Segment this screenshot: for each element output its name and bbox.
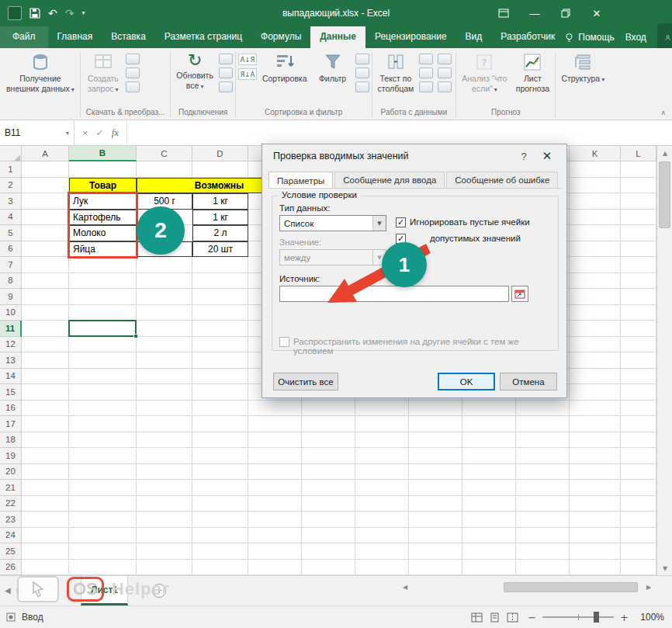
grid-cell-D4[interactable]: 1 кг: [192, 210, 248, 226]
clear-filter-icon[interactable]: [355, 54, 369, 64]
tab-view[interactable]: Вид: [456, 26, 492, 48]
close-icon[interactable]: ✕: [588, 8, 605, 19]
row-header-4[interactable]: 4: [0, 210, 22, 226]
row-header-2[interactable]: 2: [0, 178, 22, 194]
vertical-scroll-thumb[interactable]: [659, 161, 670, 228]
dialog-tab-input-message[interactable]: Сообщение для ввода: [334, 172, 445, 188]
properties-icon[interactable]: [219, 68, 233, 78]
consolidate-icon[interactable]: [438, 68, 452, 78]
sort-ascending-button[interactable]: А↓Я: [238, 54, 257, 65]
cancel-entry-icon[interactable]: ×: [82, 127, 88, 139]
row-header-18[interactable]: 18: [0, 432, 22, 449]
column-header-C[interactable]: C: [137, 146, 192, 161]
forecast-sheet-button[interactable]: Листпрогноза: [512, 50, 552, 94]
sort-button[interactable]: Сортировка: [259, 50, 310, 84]
row-header-15[interactable]: 15: [0, 384, 22, 401]
tab-insert[interactable]: Вставка: [102, 26, 155, 48]
scroll-up-icon[interactable]: ▲: [657, 146, 672, 160]
app-icon[interactable]: [8, 6, 22, 20]
ok-button[interactable]: OK: [438, 373, 495, 390]
row-header-21[interactable]: 21: [0, 480, 22, 496]
grid-cell-B2[interactable]: Товар: [69, 178, 137, 194]
reapply-filter-icon[interactable]: [355, 68, 369, 78]
zoom-slider-thumb[interactable]: [594, 612, 599, 623]
from-table-icon[interactable]: [126, 68, 140, 78]
checkbox-checked-icon[interactable]: [396, 217, 406, 227]
horizontal-scrollbar[interactable]: ◀ ▶: [399, 581, 655, 594]
row-header-8[interactable]: 8: [0, 273, 22, 290]
sign-in-link[interactable]: Вход: [625, 32, 646, 43]
grid-cell-D5[interactable]: 2 л: [192, 225, 248, 241]
dialog-close-button[interactable]: ✕: [535, 149, 559, 163]
combo-caret-icon[interactable]: ▼: [372, 216, 386, 231]
cancel-button[interactable]: Отмена: [500, 373, 557, 390]
row-header-12[interactable]: 12: [0, 337, 22, 353]
select-all-corner[interactable]: ◢: [0, 146, 22, 161]
row-header-22[interactable]: 22: [0, 496, 22, 512]
share-button[interactable]: Общий доступ: [657, 23, 672, 51]
row-header-1[interactable]: 1: [0, 161, 22, 178]
grid-cell-D6[interactable]: 20 шт: [192, 241, 248, 258]
page-layout-view-icon[interactable]: [489, 612, 501, 623]
dialog-tab-error-alert[interactable]: Сообщение об ошибке: [446, 172, 558, 188]
sort-descending-button[interactable]: Я↓А: [238, 68, 257, 80]
row-header-23[interactable]: 23: [0, 512, 22, 528]
row-header-26[interactable]: 26: [0, 560, 22, 576]
redo-icon[interactable]: ↷: [65, 8, 74, 19]
data-validation-icon[interactable]: [438, 54, 452, 64]
tab-formulas[interactable]: Формулы: [251, 26, 310, 48]
row-header-24[interactable]: 24: [0, 528, 22, 544]
manage-data-model-icon[interactable]: [438, 82, 452, 92]
show-queries-icon[interactable]: [126, 54, 140, 64]
edit-links-icon[interactable]: [219, 82, 233, 92]
vertical-scrollbar[interactable]: ▲ ▼: [656, 146, 672, 575]
tab-file[interactable]: Файл: [0, 26, 48, 48]
tab-developer[interactable]: Разработчик: [491, 26, 564, 48]
undo-icon[interactable]: ↶: [48, 8, 57, 19]
scroll-down-icon[interactable]: ▼: [657, 561, 672, 575]
fill-handle[interactable]: [133, 334, 138, 338]
row-header-13[interactable]: 13: [0, 352, 22, 369]
column-header-D[interactable]: D: [192, 146, 248, 161]
row-header-7[interactable]: 7: [0, 257, 22, 273]
get-external-data-button[interactable]: Получениевнешних данных: [3, 50, 78, 94]
column-header-A[interactable]: A: [22, 146, 69, 161]
row-header-20[interactable]: 20: [0, 464, 22, 481]
row-header-11[interactable]: 11: [0, 321, 22, 337]
filter-button[interactable]: Фильтр: [313, 50, 353, 84]
ignore-blank-checkbox[interactable]: Игнорировать пустые ячейки: [396, 217, 530, 227]
row-header-19[interactable]: 19: [0, 448, 22, 464]
confirm-entry-icon[interactable]: ✓: [96, 127, 104, 138]
row-header-6[interactable]: 6: [0, 241, 22, 258]
data-type-select[interactable]: Список ▼: [279, 215, 386, 231]
new-query-button[interactable]: Создатьзапрос: [83, 50, 123, 94]
scroll-right-icon[interactable]: ▶: [643, 584, 655, 591]
name-box[interactable]: B11 ▾: [0, 120, 74, 145]
dialog-help-button[interactable]: ?: [512, 151, 535, 162]
tab-review[interactable]: Рецензирование: [365, 26, 456, 48]
grid-cell-D3[interactable]: 1 кг: [192, 193, 248, 210]
text-to-columns-button[interactable]: Текст постолбцам: [375, 50, 417, 94]
macro-record-icon[interactable]: [6, 612, 16, 622]
ribbon-display-options-icon[interactable]: [495, 9, 512, 18]
what-if-analysis-button[interactable]: ? Анализ "чтоесли": [459, 50, 510, 94]
formula-input[interactable]: [127, 120, 672, 145]
row-header-17[interactable]: 17: [0, 416, 22, 432]
row-header-14[interactable]: 14: [0, 369, 22, 385]
column-header-K[interactable]: K: [570, 146, 621, 161]
zoom-level-label[interactable]: 100%: [638, 612, 664, 623]
zoom-slider[interactable]: [542, 616, 614, 618]
qat-customize-icon[interactable]: ▾: [81, 10, 85, 16]
tab-page-layout[interactable]: Разметка страниц: [155, 26, 251, 48]
selected-cell-B11[interactable]: [68, 320, 137, 337]
column-header-L[interactable]: L: [621, 146, 656, 161]
row-header-10[interactable]: 10: [0, 305, 22, 321]
collapse-ribbon-icon[interactable]: ∧: [660, 109, 666, 116]
row-header-3[interactable]: 3: [0, 193, 22, 210]
zoom-out-icon[interactable]: −: [528, 612, 536, 623]
zoom-in-icon[interactable]: +: [620, 612, 629, 623]
relationships-icon[interactable]: [419, 82, 433, 92]
save-icon[interactable]: [29, 8, 40, 19]
connections-icon[interactable]: [219, 54, 233, 64]
remove-duplicates-icon[interactable]: [419, 68, 433, 78]
